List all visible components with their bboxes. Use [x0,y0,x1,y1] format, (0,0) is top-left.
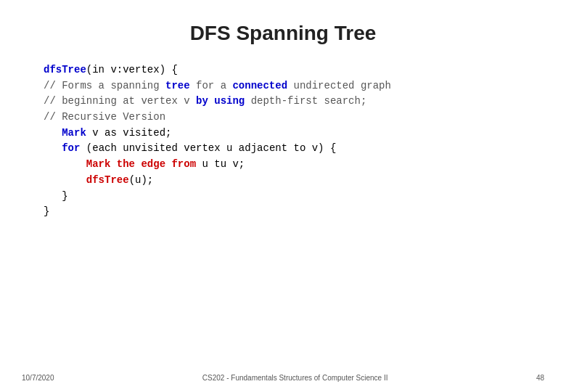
footer-page: 48 [536,374,544,382]
footer-date: 10/7/2020 [22,374,54,382]
code-line-9: } [44,189,537,205]
code-line-10: } [44,204,537,220]
slide-title: DFS Spanning Tree [29,22,537,45]
code-line-4: // Recursive Version [44,110,537,126]
footer: 10/7/2020 CS202 - Fundamentals Structure… [0,374,566,382]
code-line-8: dfsTree(u); [44,173,537,189]
footer-title: CS202 - Fundamentals Structures of Compu… [202,374,388,382]
code-line-3: // beginning at vertex v by using depth-… [44,94,537,110]
code-block: dfsTree(in v:vertex) { // Forms a spanni… [44,62,537,220]
code-line-7: Mark the edge from u tu v; [44,157,537,173]
code-line-2: // Forms a spanning tree for a connected… [44,78,537,94]
keyword-dfstree: dfsTree [44,64,86,75]
slide: DFS Spanning Tree dfsTree(in v:vertex) {… [0,0,566,392]
code-line-5: Mark v as visited; [44,126,537,142]
code-line-6: for (each unvisited vertex u adjacent to… [44,141,537,157]
code-line-1: dfsTree(in v:vertex) { [44,62,537,78]
